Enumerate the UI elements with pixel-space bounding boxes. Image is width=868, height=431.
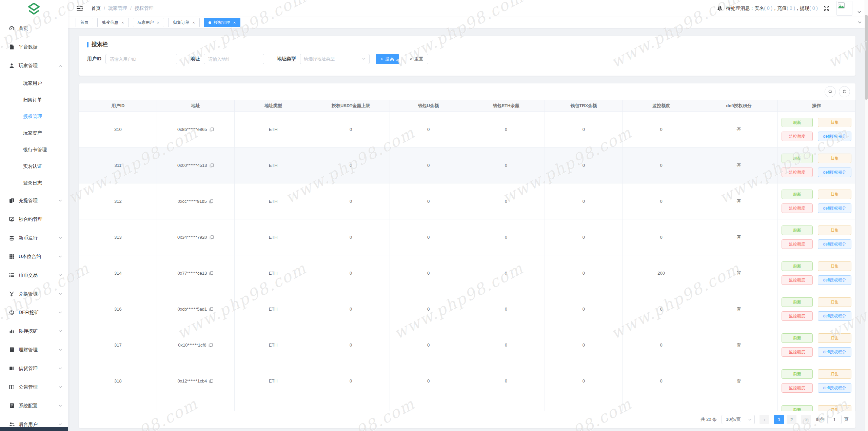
stake-mining-icon — [9, 328, 15, 334]
page-size-select[interactable]: 10条/页 — [722, 415, 755, 424]
monitor-quota-button[interactable]: 监控额度 — [782, 239, 813, 249]
user-id-input[interactable] — [105, 54, 177, 64]
cell-trx-balance: 0 — [545, 363, 623, 399]
avatar[interactable] — [836, 1, 852, 16]
address-type-select[interactable]: 请选择地址类型 — [300, 54, 370, 64]
collect-button[interactable]: 归集 — [818, 154, 851, 163]
monitor-quota-button[interactable]: 监控额度 — [782, 132, 813, 141]
refresh-row-button[interactable]: 刷新 — [782, 333, 813, 343]
sidebar-item-1[interactable]: 平台数据 — [0, 38, 68, 56]
goto-page-input[interactable] — [827, 415, 842, 424]
refresh-row-button[interactable]: 刷新 — [782, 226, 813, 235]
prev-page-button[interactable]: ‹ — [760, 415, 769, 424]
tab-2[interactable]: 玩家用户× — [133, 18, 164, 27]
copy-icon[interactable] — [209, 127, 214, 132]
tab-4[interactable]: 授权管理× — [204, 18, 241, 27]
refresh-row-button[interactable]: 刷新 — [782, 261, 813, 271]
sidebar-item-11[interactable]: 理财管理 — [0, 340, 68, 359]
copy-icon[interactable] — [209, 199, 214, 204]
copy-icon[interactable] — [209, 235, 214, 240]
defi-score-button[interactable]: defi授权积分 — [818, 239, 851, 249]
close-icon[interactable]: × — [157, 20, 160, 25]
collect-button[interactable]: 归集 — [818, 369, 851, 379]
tab-1[interactable]: 账变信息× — [97, 18, 129, 27]
monitor-quota-button[interactable]: 监控额度 — [782, 168, 813, 177]
logo[interactable] — [0, 0, 68, 19]
breadcrumb-item-0[interactable]: 首页 — [91, 5, 101, 12]
close-icon[interactable]: × — [121, 20, 124, 25]
sidebar-item-9[interactable]: DEFI挖矿 — [0, 303, 68, 322]
breadcrumb-item-1[interactable]: 玩家管理 — [108, 5, 127, 12]
scrollbar-thumb[interactable] — [865, 15, 868, 100]
tab-0[interactable]: 首页 — [76, 18, 93, 27]
sidebar-subitem-2-6[interactable]: 登录日志 — [0, 175, 68, 191]
sidebar-subitem-2-1[interactable]: 归集订单 — [0, 92, 68, 108]
sidebar-subitem-2-2[interactable]: 授权管理 — [0, 108, 68, 125]
sidebar-item-2[interactable]: 玩家管理 — [0, 56, 68, 75]
copy-icon[interactable] — [209, 271, 214, 276]
collapse-menu-icon[interactable] — [76, 5, 83, 12]
defi-score-button[interactable]: defi授权积分 — [818, 203, 851, 213]
user-menu-caret-icon[interactable] — [857, 9, 861, 14]
page-button-2[interactable]: 2 — [787, 415, 796, 424]
monitor-quota-button[interactable]: 监控额度 — [782, 311, 813, 321]
refresh-row-button[interactable]: 刷新 — [782, 190, 813, 199]
copy-icon[interactable] — [209, 307, 214, 312]
sidebar-item-8[interactable]: 兑换管理 — [0, 285, 68, 303]
collect-button[interactable]: 归集 — [818, 261, 851, 271]
defi-score-button[interactable]: defi授权积分 — [818, 275, 851, 285]
refresh-row-button[interactable]: 刷新 — [782, 297, 813, 307]
fullscreen-icon[interactable] — [823, 5, 830, 12]
refresh-row-button[interactable]: 刷新 — [782, 118, 813, 127]
page-button-1[interactable]: 1 — [774, 415, 784, 424]
sidebar-item-0[interactable]: 首页 — [0, 19, 68, 38]
toggle-search-button[interactable] — [825, 86, 836, 97]
sidebar-item-7[interactable]: 币币交易 — [0, 266, 68, 285]
address-input[interactable] — [204, 54, 264, 64]
sidebar-item-12[interactable]: 借贷管理 — [0, 359, 68, 378]
search-button[interactable]: 搜索 — [376, 54, 399, 64]
collect-button[interactable]: 归集 — [818, 405, 851, 411]
copy-icon[interactable] — [209, 379, 214, 384]
breadcrumb-item-2[interactable]: 授权管理 — [135, 5, 154, 12]
sidebar-subitem-2-0[interactable]: 玩家用户 — [0, 75, 68, 92]
monitor-quota-button[interactable]: 监控额度 — [782, 203, 813, 213]
sidebar-item-13[interactable]: 公告管理 — [0, 378, 68, 396]
copy-icon[interactable] — [208, 343, 213, 348]
reset-button[interactable]: 重置 — [405, 54, 428, 64]
close-icon[interactable]: × — [233, 20, 236, 25]
defi-score-button[interactable]: defi授权积分 — [818, 132, 851, 141]
sidebar-item-5[interactable]: 新币发行 — [0, 229, 68, 247]
sidebar-item-4[interactable]: 秒合约管理 — [0, 210, 68, 229]
refresh-row-button[interactable]: 刷新 — [782, 405, 813, 411]
sidebar-item-6[interactable]: U本位合约 — [0, 247, 68, 266]
tab-3[interactable]: 归集订单× — [168, 18, 200, 27]
sidebar-item-14[interactable]: 系统配置 — [0, 396, 68, 415]
tabbar-overflow-caret-icon[interactable] — [857, 20, 862, 25]
defi-score-button[interactable]: defi授权积分 — [818, 168, 851, 177]
monitor-quota-button[interactable]: 监控额度 — [782, 383, 813, 393]
bell-icon[interactable] — [717, 5, 723, 12]
defi-score-button[interactable]: defi授权积分 — [818, 347, 851, 357]
sidebar-subitem-2-3[interactable]: 玩家资产 — [0, 125, 68, 141]
defi-score-button[interactable]: defi授权积分 — [818, 383, 851, 393]
copy-icon[interactable] — [209, 163, 214, 168]
collect-button[interactable]: 归集 — [818, 333, 851, 343]
close-icon[interactable]: × — [192, 20, 195, 25]
collect-button[interactable]: 归集 — [818, 118, 851, 127]
sidebar-item-10[interactable]: 质押挖矿 — [0, 322, 68, 340]
next-page-button[interactable]: › — [801, 415, 811, 424]
collect-button[interactable]: 归集 — [818, 226, 851, 235]
page-scrollbar[interactable] — [865, 0, 868, 431]
sidebar-item-3[interactable]: 充提管理 — [0, 191, 68, 210]
refresh-table-button[interactable] — [839, 86, 850, 97]
sidebar-subitem-2-5[interactable]: 实名认证 — [0, 158, 68, 175]
monitor-quota-button[interactable]: 监控额度 — [782, 275, 813, 285]
refresh-row-button[interactable]: 刷新 — [782, 369, 813, 379]
defi-score-button[interactable]: defi授权积分 — [818, 311, 851, 321]
collect-button[interactable]: 归集 — [818, 297, 851, 307]
monitor-quota-button[interactable]: 监控额度 — [782, 347, 813, 357]
refresh-row-button[interactable]: 刷新 — [782, 154, 813, 163]
sidebar-subitem-2-4[interactable]: 银行卡管理 — [0, 141, 68, 158]
collect-button[interactable]: 归集 — [818, 190, 851, 199]
